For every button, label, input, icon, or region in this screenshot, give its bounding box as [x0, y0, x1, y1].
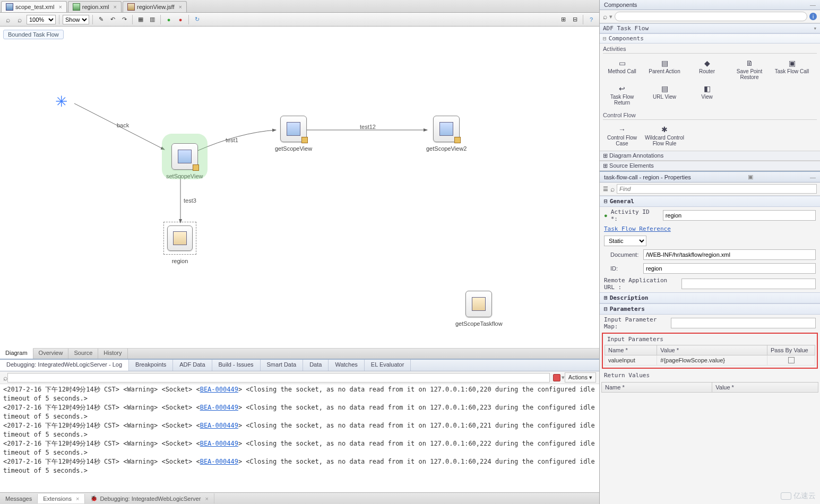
- components-category[interactable]: ADF Task Flow▾: [600, 23, 820, 33]
- redo-icon[interactable]: ↷: [119, 15, 129, 24]
- palette-item[interactable]: ↩Task Flow Return: [601, 82, 643, 108]
- col-passbyvalue[interactable]: Pass By Value: [767, 345, 815, 355]
- log-code-link[interactable]: BEA-000449: [200, 404, 238, 411]
- tab-region[interactable]: region.xml ×: [68, 1, 122, 12]
- tab-label: regionView.jsff: [137, 4, 175, 10]
- dtab-el[interactable]: EL Evaluator: [365, 360, 411, 371]
- dtab-data[interactable]: Data: [303, 360, 329, 371]
- ftab-messages[interactable]: Messages: [0, 494, 38, 503]
- properties-find-input[interactable]: [617, 184, 817, 194]
- node-getscopeview2[interactable]: getScopeView2: [426, 116, 467, 152]
- palette-item[interactable]: ▤Parent Action: [643, 57, 686, 82]
- undo-icon[interactable]: ↶: [108, 15, 117, 24]
- close-icon[interactable]: ×: [205, 496, 208, 502]
- tab-overview[interactable]: Overview: [33, 349, 69, 359]
- error-icon[interactable]: ●: [176, 15, 185, 24]
- close-icon[interactable]: ×: [76, 496, 79, 502]
- palette-item[interactable]: ▭Method Call: [601, 57, 643, 82]
- toggle-icon[interactable]: ●: [164, 15, 174, 24]
- minimize-icon[interactable]: —: [810, 174, 816, 180]
- node-region[interactable]: region: [163, 222, 196, 264]
- dtab-watches[interactable]: Watches: [329, 360, 364, 371]
- log-code-link[interactable]: BEA-000449: [200, 386, 238, 393]
- node-getscopeview[interactable]: getScopeView: [275, 116, 312, 152]
- palette-item[interactable]: ▣Task Flow Call: [771, 57, 813, 82]
- input-map-input[interactable]: [671, 318, 816, 328]
- remote-url-input[interactable]: [681, 279, 816, 289]
- info-icon[interactable]: i: [809, 13, 817, 20]
- taskflow-call-icon: [173, 231, 187, 245]
- log-output[interactable]: <2017-2-16 下午12时49分14秒 CST> <Warning> <S…: [0, 384, 599, 492]
- log-code-link[interactable]: BEA-000449: [200, 422, 238, 429]
- list-icon[interactable]: ☰: [603, 186, 608, 193]
- zoom-out-icon[interactable]: [15, 15, 24, 24]
- stop-icon[interactable]: [553, 374, 560, 381]
- section-general[interactable]: ⊟General: [600, 196, 820, 207]
- log-code-link[interactable]: BEA-000449: [200, 458, 238, 465]
- dtab-breakpoints[interactable]: Breakpoints: [129, 360, 173, 371]
- tab-source[interactable]: Source: [68, 349, 98, 359]
- activity-id-input[interactable]: [663, 210, 816, 221]
- dtab-build[interactable]: Build - Issues: [212, 360, 261, 371]
- chevron-down-icon[interactable]: ▾: [609, 13, 612, 20]
- components-search-input[interactable]: [615, 12, 807, 21]
- actions-dropdown[interactable]: Actions ▾: [565, 372, 596, 383]
- collapse-icon: ⊟: [604, 306, 608, 312]
- diagram-canvas[interactable]: Bounded Task Flow ✳ back setScopeView te…: [0, 27, 599, 348]
- palette-item[interactable]: ◧View: [686, 82, 728, 108]
- xml-file-icon: [73, 3, 80, 11]
- document-input[interactable]: [643, 249, 816, 260]
- ftab-debugging[interactable]: 🐞Debugging: IntegratedWebLogicServer×: [85, 493, 214, 503]
- tab-history[interactable]: History: [98, 349, 127, 359]
- palette-item[interactable]: 🗎Save Point Restore: [728, 57, 771, 82]
- tab-label: scope_test.xml: [15, 4, 54, 10]
- taskflow-reference-link[interactable]: Task Flow Reference: [604, 225, 671, 232]
- param-row[interactable]: valueInput #{pageFlowScope.value}: [605, 355, 815, 366]
- static-select[interactable]: Static: [604, 236, 646, 246]
- components-sub[interactable]: ⊟Components: [600, 33, 820, 44]
- dtab-adfdata[interactable]: ADF Data: [173, 360, 212, 371]
- log-search-input[interactable]: [7, 373, 550, 383]
- id-input[interactable]: [643, 263, 816, 274]
- minimize-icon[interactable]: —: [810, 2, 816, 8]
- collapse-diagram-annotations[interactable]: ⊞ Diagram Annotations: [600, 151, 820, 161]
- close-icon[interactable]: ×: [179, 4, 182, 10]
- ftab-extensions[interactable]: Extensions×: [38, 494, 85, 503]
- section-description[interactable]: ⊞Description: [600, 292, 820, 303]
- col-name[interactable]: Name *: [605, 345, 657, 355]
- dtab-log[interactable]: Debugging: IntegratedWebLogicServer - Lo…: [0, 360, 129, 371]
- xml-file-icon: [6, 3, 13, 11]
- palette-item[interactable]: ▤URL View: [643, 82, 686, 108]
- node-setscopeview[interactable]: setScopeView: [166, 143, 203, 179]
- tab-regionview[interactable]: regionView.jsff ×: [123, 1, 187, 12]
- zoom-in-icon[interactable]: [3, 15, 13, 24]
- close-icon[interactable]: ×: [114, 4, 117, 10]
- help-icon[interactable]: ?: [586, 15, 596, 24]
- palette-item[interactable]: ◆Router: [686, 57, 728, 82]
- zoom-select[interactable]: 100%: [27, 15, 56, 24]
- node-getscopetaskflow[interactable]: getScopeTaskflow: [455, 291, 503, 327]
- pencil-icon[interactable]: ✎: [96, 15, 106, 24]
- refresh-icon[interactable]: ↻: [192, 15, 202, 24]
- palette-item[interactable]: ✱Wildcard Control Flow Rule: [643, 123, 686, 149]
- palette-item[interactable]: →Control Flow Case: [601, 123, 643, 149]
- close-icon[interactable]: ×: [58, 4, 62, 10]
- properties-panel-title: task-flow-call - region - Properties ▣ —: [600, 172, 820, 183]
- passbyvalue-checkbox[interactable]: [788, 357, 795, 363]
- col-value[interactable]: Value *: [657, 345, 767, 355]
- collapse-source-elements[interactable]: ⊞ Source Elements: [600, 161, 820, 171]
- dtab-smartdata[interactable]: Smart Data: [261, 360, 304, 371]
- ruler-v-icon[interactable]: ⊟: [570, 15, 580, 24]
- layout-icon[interactable]: ▦: [136, 15, 145, 24]
- tab-scope-test[interactable]: scope_test.xml ×: [1, 1, 67, 12]
- log-code-link[interactable]: BEA-000449: [200, 440, 238, 447]
- col-name[interactable]: Name *: [602, 383, 712, 393]
- wildcard-node[interactable]: ✳: [55, 93, 67, 110]
- ruler-h-icon[interactable]: ⊞: [558, 15, 568, 24]
- section-parameters[interactable]: ⊟Parameters: [600, 303, 820, 315]
- show-select[interactable]: Show: [63, 15, 89, 24]
- col-value[interactable]: Value *: [712, 383, 818, 393]
- settings-icon[interactable]: ▣: [748, 173, 753, 180]
- layout2-icon[interactable]: ▥: [148, 15, 157, 24]
- tab-diagram[interactable]: Diagram: [0, 348, 33, 359]
